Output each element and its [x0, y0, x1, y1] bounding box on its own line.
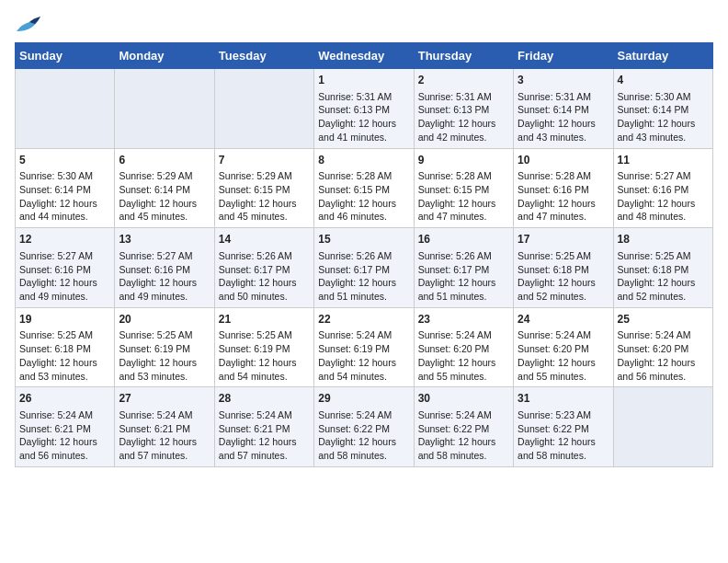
- cell-content: and 49 minutes.: [19, 290, 110, 304]
- cell-week2-day2: 7Sunrise: 5:29 AMSunset: 6:15 PMDaylight…: [214, 148, 313, 228]
- cell-content: Sunset: 6:19 PM: [318, 342, 409, 356]
- cell-content: Daylight: 12 hours: [318, 435, 409, 449]
- cell-content: and 49 minutes.: [119, 290, 210, 304]
- logo-icon: [15, 15, 42, 35]
- day-number: 26: [19, 391, 110, 407]
- cell-content: Daylight: 12 hours: [418, 117, 509, 131]
- cell-content: Daylight: 12 hours: [219, 435, 310, 449]
- cell-content: Sunrise: 5:27 AM: [19, 249, 110, 263]
- day-number: 2: [418, 73, 509, 88]
- cell-content: Daylight: 12 hours: [418, 435, 509, 449]
- cell-week5-day4: 30Sunrise: 5:24 AMSunset: 6:22 PMDayligh…: [414, 387, 513, 467]
- cell-content: and 45 minutes.: [119, 210, 210, 224]
- col-header-friday: Friday: [514, 43, 613, 69]
- col-header-wednesday: Wednesday: [314, 43, 414, 69]
- cell-content: Sunrise: 5:25 AM: [518, 249, 609, 263]
- cell-content: Daylight: 12 hours: [318, 197, 409, 211]
- cell-content: Daylight: 12 hours: [219, 356, 310, 370]
- cell-content: and 58 minutes.: [518, 449, 609, 463]
- cell-content: Sunset: 6:16 PM: [618, 183, 709, 197]
- cell-week4-day0: 19Sunrise: 5:25 AMSunset: 6:18 PMDayligh…: [16, 307, 115, 387]
- cell-content: and 51 minutes.: [418, 290, 509, 304]
- cell-content: Sunrise: 5:31 AM: [318, 90, 409, 104]
- week-row-3: 12Sunrise: 5:27 AMSunset: 6:16 PMDayligh…: [16, 228, 713, 308]
- cell-content: Daylight: 12 hours: [19, 276, 110, 290]
- cell-content: Sunset: 6:16 PM: [19, 263, 110, 277]
- day-number: 3: [518, 73, 609, 88]
- cell-content: and 58 minutes.: [318, 449, 409, 463]
- cell-content: and 55 minutes.: [518, 370, 609, 384]
- page-header: [15, 15, 713, 35]
- cell-content: Daylight: 12 hours: [518, 356, 609, 370]
- day-number: 27: [119, 391, 210, 407]
- cell-content: Sunset: 6:15 PM: [219, 183, 310, 197]
- cell-content: Daylight: 12 hours: [618, 276, 709, 290]
- cell-week5-day6: [613, 387, 712, 467]
- cell-content: and 50 minutes.: [219, 290, 310, 304]
- cell-week3-day2: 14Sunrise: 5:26 AMSunset: 6:17 PMDayligh…: [214, 228, 313, 308]
- cell-content: Sunrise: 5:23 AM: [518, 408, 609, 422]
- cell-content: Sunrise: 5:24 AM: [418, 408, 509, 422]
- cell-week4-day6: 25Sunrise: 5:24 AMSunset: 6:20 PMDayligh…: [613, 307, 712, 387]
- day-number: 8: [318, 153, 409, 168]
- cell-content: and 54 minutes.: [219, 370, 310, 384]
- cell-content: Sunset: 6:21 PM: [19, 422, 110, 436]
- cell-content: and 42 minutes.: [418, 131, 509, 144]
- day-number: 31: [518, 391, 609, 407]
- cell-week3-day5: 17Sunrise: 5:25 AMSunset: 6:18 PMDayligh…: [514, 228, 613, 308]
- cell-content: Sunset: 6:16 PM: [518, 183, 609, 197]
- day-number: 17: [518, 232, 609, 247]
- week-row-2: 5Sunrise: 5:30 AMSunset: 6:14 PMDaylight…: [16, 148, 713, 228]
- cell-week5-day3: 29Sunrise: 5:24 AMSunset: 6:22 PMDayligh…: [314, 387, 414, 467]
- cell-content: and 58 minutes.: [418, 449, 509, 463]
- cell-content: Sunrise: 5:24 AM: [318, 328, 409, 342]
- cell-content: Sunset: 6:22 PM: [418, 422, 509, 436]
- cell-content: Sunrise: 5:26 AM: [219, 249, 310, 263]
- cell-week1-day3: 1Sunrise: 5:31 AMSunset: 6:13 PMDaylight…: [314, 69, 414, 149]
- day-number: 4: [618, 73, 709, 88]
- cell-week5-day0: 26Sunrise: 5:24 AMSunset: 6:21 PMDayligh…: [16, 387, 115, 467]
- cell-content: Sunset: 6:17 PM: [219, 263, 310, 277]
- cell-content: Sunrise: 5:28 AM: [518, 169, 609, 183]
- cell-content: Sunset: 6:14 PM: [19, 183, 110, 197]
- cell-content: Daylight: 12 hours: [219, 276, 310, 290]
- cell-week3-day0: 12Sunrise: 5:27 AMSunset: 6:16 PMDayligh…: [16, 228, 115, 308]
- cell-content: Sunset: 6:13 PM: [418, 103, 509, 117]
- cell-content: Sunrise: 5:25 AM: [19, 328, 110, 342]
- cell-week4-day2: 21Sunrise: 5:25 AMSunset: 6:19 PMDayligh…: [214, 307, 313, 387]
- cell-content: Daylight: 12 hours: [518, 197, 609, 211]
- cell-content: Daylight: 12 hours: [518, 117, 609, 131]
- cell-content: Sunrise: 5:26 AM: [318, 249, 409, 263]
- cell-week3-day3: 15Sunrise: 5:26 AMSunset: 6:17 PMDayligh…: [314, 228, 414, 308]
- cell-week3-day1: 13Sunrise: 5:27 AMSunset: 6:16 PMDayligh…: [115, 228, 214, 308]
- col-header-saturday: Saturday: [613, 43, 712, 69]
- cell-content: Daylight: 12 hours: [19, 435, 110, 449]
- col-header-monday: Monday: [115, 43, 214, 69]
- cell-content: Sunset: 6:18 PM: [19, 342, 110, 356]
- cell-content: and 44 minutes.: [19, 210, 110, 224]
- cell-content: Sunset: 6:20 PM: [618, 342, 709, 356]
- cell-week4-day1: 20Sunrise: 5:25 AMSunset: 6:19 PMDayligh…: [115, 307, 214, 387]
- cell-content: Sunrise: 5:25 AM: [618, 249, 709, 263]
- cell-content: Daylight: 12 hours: [618, 356, 709, 370]
- cell-content: Daylight: 12 hours: [418, 276, 509, 290]
- cell-content: and 43 minutes.: [518, 131, 609, 144]
- cell-content: Sunset: 6:20 PM: [418, 342, 509, 356]
- cell-content: Sunrise: 5:29 AM: [219, 169, 310, 183]
- cell-content: and 53 minutes.: [119, 370, 210, 384]
- col-header-tuesday: Tuesday: [214, 43, 313, 69]
- cell-content: Daylight: 12 hours: [119, 356, 210, 370]
- cell-content: Sunrise: 5:24 AM: [19, 408, 110, 422]
- cell-content: Sunrise: 5:26 AM: [418, 249, 509, 263]
- cell-content: and 47 minutes.: [518, 210, 609, 224]
- cell-content: and 52 minutes.: [618, 290, 709, 304]
- cell-week5-day5: 31Sunrise: 5:23 AMSunset: 6:22 PMDayligh…: [514, 387, 613, 467]
- day-number: 24: [518, 312, 609, 327]
- cell-content: Sunset: 6:21 PM: [119, 422, 210, 436]
- cell-content: Sunset: 6:14 PM: [518, 103, 609, 117]
- cell-content: Sunrise: 5:24 AM: [119, 408, 210, 422]
- cell-content: Sunrise: 5:31 AM: [518, 90, 609, 104]
- col-header-sunday: Sunday: [16, 43, 115, 69]
- cell-content: and 46 minutes.: [318, 210, 409, 224]
- cell-content: Daylight: 12 hours: [19, 197, 110, 211]
